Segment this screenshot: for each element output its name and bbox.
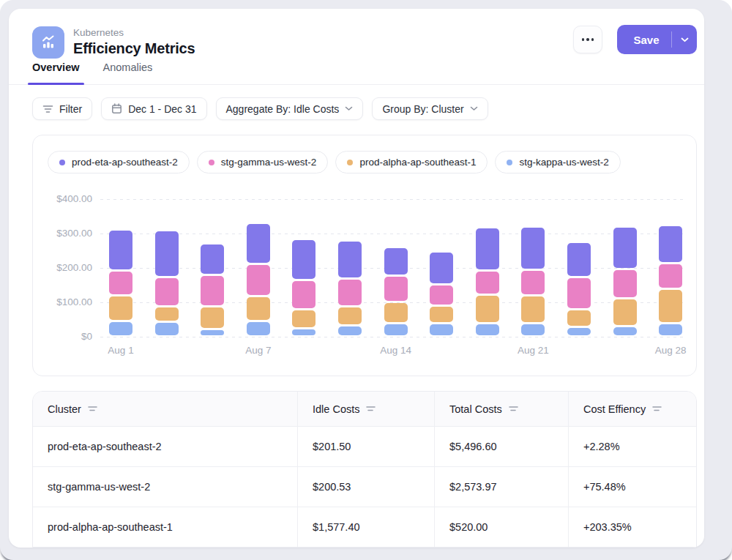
ellipsis-icon <box>582 38 585 41</box>
bar-segment-stg-kappa-us-west-2 <box>338 326 362 335</box>
bar-segment-stg-kappa-us-west-2 <box>292 329 315 335</box>
gridline <box>100 199 686 200</box>
table-cell: $200.53 <box>297 467 434 507</box>
table-cell: $5,496.60 <box>434 427 568 466</box>
bar-segment-stg-kappa-us-west-2 <box>659 324 682 335</box>
app-label: Kubernetes <box>73 27 195 38</box>
table-cell: prod-alpha-ap-southeast-1 <box>33 507 297 547</box>
table-row: prod-eta-ap-southeast-2$201.50$5,496.60+… <box>33 427 696 467</box>
column-header-total-costs[interactable]: Total Costs <box>434 392 568 426</box>
table-cell: stg-gamma-us-west-2 <box>33 467 297 507</box>
sort-icon <box>509 406 518 412</box>
tab-bar: Overview Anomalies <box>9 61 704 85</box>
bar-segment-prod-alpha-ap-southeast-1 <box>430 307 453 321</box>
bar-segment-stg-kappa-us-west-2 <box>247 322 270 335</box>
window-frame: Kubernetes Efficiency Metrics Save Overv… <box>0 0 732 560</box>
filter-button-label: Filter <box>59 103 82 115</box>
bar-segment-prod-eta-ap-southeast-2 <box>567 243 591 276</box>
app-card: Kubernetes Efficiency Metrics Save Overv… <box>9 9 704 548</box>
tab-overview[interactable]: Overview <box>32 61 80 84</box>
bar-segment-prod-eta-ap-southeast-2 <box>430 253 453 283</box>
app-icon <box>32 26 64 59</box>
bar-segment-prod-eta-ap-southeast-2 <box>613 228 637 268</box>
bar-segment-prod-alpha-ap-southeast-1 <box>567 310 591 325</box>
bar-segment-stg-gamma-us-west-2 <box>155 278 179 306</box>
save-dropdown-toggle[interactable] <box>672 37 697 42</box>
table-cell: $201.50 <box>297 427 434 466</box>
bar-segment-prod-alpha-ap-southeast-1 <box>476 296 499 322</box>
bar-segment-prod-alpha-ap-southeast-1 <box>384 303 408 322</box>
column-header-cluster[interactable]: Cluster <box>33 392 297 426</box>
bar-segment-prod-alpha-ap-southeast-1 <box>338 307 362 325</box>
column-header-cost-effiency[interactable]: Cost Effiency <box>568 392 696 426</box>
x-axis-tick-label: Aug 1 <box>95 345 146 356</box>
tab-anomalies[interactable]: Anomalies <box>103 61 153 84</box>
y-axis-tick-label: $100.00 <box>33 296 92 307</box>
bar-segment-prod-eta-ap-southeast-2 <box>201 244 224 274</box>
save-button[interactable]: Save <box>617 25 697 54</box>
filter-icon <box>42 105 53 113</box>
bar-segment-prod-eta-ap-southeast-2 <box>338 242 362 277</box>
chevron-down-icon <box>681 37 689 42</box>
bar-segment-stg-kappa-us-west-2 <box>155 323 179 335</box>
aggregate-by-label: Aggregate By: Idle Costs <box>226 103 340 115</box>
bar-segment-prod-alpha-ap-southeast-1 <box>247 297 270 320</box>
column-header-label: Idle Costs <box>313 403 359 415</box>
x-axis-tick-label: Aug 7 <box>233 345 284 356</box>
group-by-dropdown[interactable]: Group By: Cluster <box>372 97 488 120</box>
bar-segment-prod-alpha-ap-southeast-1 <box>155 307 179 321</box>
column-header-label: Cluster <box>48 403 81 415</box>
bar-segment-stg-gamma-us-west-2 <box>613 270 637 297</box>
bar-segment-prod-alpha-ap-southeast-1 <box>292 310 315 327</box>
save-button-label: Save <box>617 34 671 46</box>
group-by-label: Group By: Cluster <box>382 103 463 115</box>
aggregate-by-dropdown[interactable]: Aggregate By: Idle Costs <box>216 97 364 120</box>
x-axis-tick-label: Aug 28 <box>645 345 696 356</box>
bar-segment-prod-alpha-ap-southeast-1 <box>521 296 545 322</box>
gridline <box>100 234 686 234</box>
x-axis-tick-label: Aug 21 <box>507 345 559 356</box>
column-header-label: Cost Effiency <box>583 403 646 415</box>
bar-segment-stg-kappa-us-west-2 <box>109 322 132 335</box>
column-header-label: Total Costs <box>449 403 502 415</box>
bar-segment-stg-gamma-us-west-2 <box>476 272 499 294</box>
bar-segment-stg-kappa-us-west-2 <box>384 324 408 335</box>
bar-segment-stg-gamma-us-west-2 <box>384 277 408 301</box>
chevron-down-icon <box>470 106 478 111</box>
table-body: prod-eta-ap-southeast-2$201.50$5,496.60+… <box>33 427 696 548</box>
table-header-row: ClusterIdle CostsTotal CostsCost Effienc… <box>33 392 696 427</box>
bar-segment-prod-alpha-ap-southeast-1 <box>201 307 224 328</box>
bar-segment-stg-gamma-us-west-2 <box>430 285 453 305</box>
y-axis-tick-label: $0 <box>33 331 92 342</box>
bar-segment-stg-gamma-us-west-2 <box>521 271 545 294</box>
clusters-table: ClusterIdle CostsTotal CostsCost Effienc… <box>32 391 697 548</box>
more-options-button[interactable] <box>573 26 602 53</box>
sort-icon <box>652 406 662 412</box>
table-row: prod-alpha-ap-southeast-1$1,577.40$520.0… <box>33 507 696 548</box>
column-header-idle-costs[interactable]: Idle Costs <box>297 392 434 426</box>
table-cell: +203.35% <box>568 507 696 547</box>
bar-segment-prod-eta-ap-southeast-2 <box>109 231 132 269</box>
bar-segment-stg-kappa-us-west-2 <box>201 330 224 335</box>
title-block: Kubernetes Efficiency Metrics <box>73 27 195 57</box>
bar-segment-stg-gamma-us-west-2 <box>659 264 682 288</box>
date-range-button[interactable]: Dec 1 - Dec 31 <box>101 97 206 120</box>
bar-segment-prod-eta-ap-southeast-2 <box>247 224 270 263</box>
chevron-down-icon <box>345 106 353 111</box>
bar-segment-prod-alpha-ap-southeast-1 <box>109 296 132 320</box>
table-row: stg-gamma-us-west-2$200.53$2,573.97+75.4… <box>33 467 696 507</box>
date-range-label: Dec 1 - Dec 31 <box>128 103 196 115</box>
page-title: Efficiency Metrics <box>73 40 195 57</box>
y-axis-tick-label: $300.00 <box>33 228 92 239</box>
bar-segment-stg-gamma-us-west-2 <box>247 265 270 295</box>
filter-button[interactable]: Filter <box>32 97 92 120</box>
bar-segment-prod-alpha-ap-southeast-1 <box>613 299 637 324</box>
table-cell: $1,577.40 <box>297 507 434 547</box>
bar-segment-prod-eta-ap-southeast-2 <box>521 228 545 269</box>
bar-segment-prod-eta-ap-southeast-2 <box>659 226 682 262</box>
table-cell: $2,573.97 <box>434 467 568 507</box>
bar-segment-stg-kappa-us-west-2 <box>430 324 453 336</box>
bar-segment-stg-gamma-us-west-2 <box>201 276 224 305</box>
y-axis-tick-label: $400.00 <box>33 193 92 204</box>
bar-segment-stg-kappa-us-west-2 <box>521 324 545 335</box>
